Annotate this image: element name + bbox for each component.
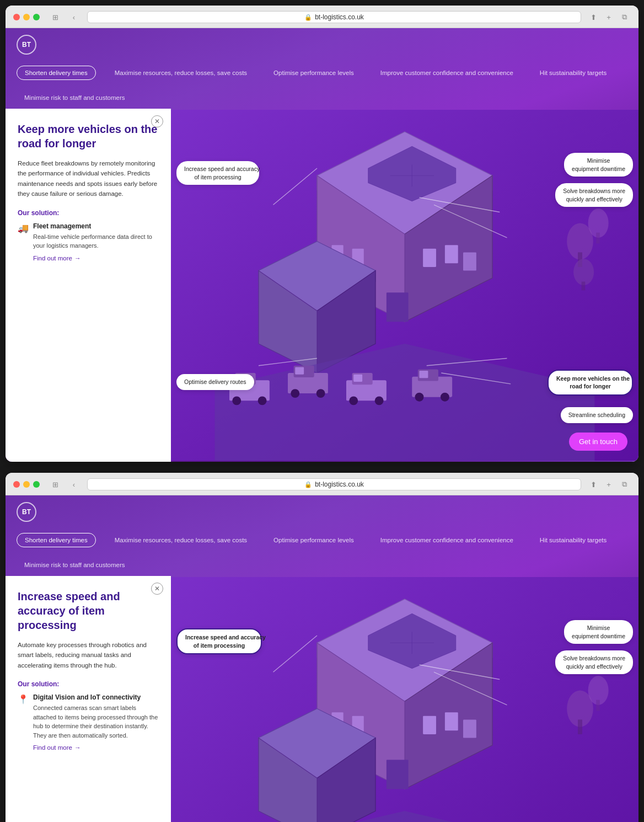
bubble-increase-speed[interactable]: Increase speed and accuracyof item proce…: [176, 161, 259, 185]
svg-rect-40: [596, 233, 600, 244]
tab-minimise-risk-2[interactable]: Minimise risk to staff and customers: [17, 558, 133, 572]
location-icon: 📍: [18, 694, 29, 704]
tab-maximise-resources[interactable]: Maximise resources, reduce losses, save …: [107, 66, 255, 79]
main-layout-2: ✕ Increase speed and accuracy of item pr…: [6, 576, 638, 822]
get-in-touch-button-1[interactable]: Get in touch: [569, 433, 627, 451]
svg-rect-57: [445, 712, 458, 730]
tab-sustainability[interactable]: Hit sustainability targets: [532, 66, 614, 79]
tab-maximise-resources-2[interactable]: Maximise resources, reduce losses, save …: [107, 533, 255, 547]
svg-point-21: [258, 396, 267, 405]
browser-window-1: ⊞ ‹ 🔒 bt-logistics.co.uk ⬆ + ⧉ BT: [6, 6, 638, 462]
tab-customer-confidence-2[interactable]: Improve customer confidence and convenie…: [373, 533, 521, 547]
browser-chrome-2: ⊞ ‹ 🔒 bt-logistics.co.uk ⬆ + ⧉: [6, 473, 638, 495]
url-text: bt-logistics.co.uk: [315, 13, 364, 21]
svg-point-31: [375, 396, 384, 405]
panel-title-1: Keep more vehicles on the road for longe…: [18, 122, 159, 151]
svg-rect-24: [295, 367, 304, 374]
find-out-more-2[interactable]: Find out more →: [33, 744, 159, 751]
address-bar-2[interactable]: 🔒 bt-logistics.co.uk: [87, 478, 581, 490]
page-content-2: BT Shorten delivery times Maximise resou…: [6, 495, 638, 822]
share-button-2[interactable]: ⬆: [587, 479, 600, 490]
svg-rect-34: [420, 371, 428, 378]
traffic-light-green-2[interactable]: [33, 481, 40, 488]
solution-text-1: Real-time vehicle performance data direc…: [33, 232, 159, 250]
svg-point-30: [349, 396, 358, 405]
browser-window-2: ⊞ ‹ 🔒 bt-logistics.co.uk ⬆ + ⧉ BT: [6, 473, 638, 822]
svg-rect-90: [578, 719, 582, 734]
right-area-1: Increase speed and accuracyof item proce…: [171, 109, 638, 462]
traffic-light-yellow-2[interactable]: [23, 481, 30, 488]
share-button[interactable]: ⬆: [587, 12, 600, 23]
svg-point-41: [573, 259, 594, 285]
bubble-increase-speed-2[interactable]: Increase speed and accuracyof item proce…: [176, 628, 262, 654]
panel-desc-2: Automate key processes through robotics …: [18, 640, 159, 670]
back-button-2[interactable]: ‹: [66, 479, 82, 490]
back-button[interactable]: ‹: [66, 12, 82, 23]
address-bar-1[interactable]: 🔒 bt-logistics.co.uk: [87, 11, 581, 23]
svg-point-26: [316, 389, 325, 398]
svg-point-25: [291, 389, 299, 398]
traffic-light-red-2[interactable]: [13, 481, 20, 488]
tabs-button[interactable]: ⧉: [618, 12, 631, 23]
tab-optimise-performance[interactable]: Optimise performance levels: [266, 66, 362, 79]
tab-shorten-delivery-2[interactable]: Shorten delivery times: [17, 533, 96, 547]
left-panel-2: ✕ Increase speed and accuracy of item pr…: [6, 576, 171, 822]
bubble-keep-more-vehicles[interactable]: Keep more vehicles on theroad for longer: [548, 370, 633, 396]
tab-minimise-risk[interactable]: Minimise risk to staff and customers: [17, 91, 133, 104]
browser-actions-2: ⬆ + ⧉: [587, 479, 631, 490]
logo-bar: BT: [6, 28, 638, 61]
bt-logo-2[interactable]: BT: [17, 502, 36, 522]
bubble-streamline[interactable]: Streamline scheduling: [561, 407, 633, 423]
traffic-light-green[interactable]: [33, 14, 40, 20]
solution-name-2: Digital Vision and IoT connectivity: [33, 693, 159, 701]
solution-name-1: Fleet management: [33, 222, 159, 230]
svg-rect-42: [582, 281, 586, 290]
sidebar-toggle-button[interactable]: ⊞: [47, 12, 63, 23]
bt-logo[interactable]: BT: [17, 35, 36, 55]
lock-icon: 🔒: [304, 14, 312, 21]
svg-point-36: [441, 393, 449, 402]
tabs-button-2[interactable]: ⧉: [618, 479, 631, 490]
new-tab-button-2[interactable]: +: [602, 479, 615, 490]
right-area-2: Increase speed and accuracyof item proce…: [171, 576, 638, 822]
tab-shorten-delivery[interactable]: Shorten delivery times: [17, 66, 96, 80]
svg-rect-92: [596, 700, 600, 711]
left-panel-1: ✕ Keep more vehicles on the road for lon…: [6, 109, 171, 462]
svg-rect-61: [387, 760, 409, 789]
bubble-solve-breakdowns-2[interactable]: Solve breakdowns morequickly and effecti…: [555, 650, 633, 674]
lock-icon-2: 🔒: [304, 481, 312, 488]
solution-item-2: 📍 Digital Vision and IoT connectivity Co…: [18, 693, 159, 751]
traffic-light-red[interactable]: [13, 14, 20, 20]
close-button-1[interactable]: ✕: [151, 115, 163, 127]
traffic-lights-1: [13, 14, 40, 20]
tab-customer-confidence[interactable]: Improve customer confidence and convenie…: [373, 66, 521, 79]
find-out-more-1[interactable]: Find out more →: [33, 255, 159, 261]
bubble-solve-breakdowns[interactable]: Solve breakdowns morequickly and effecti…: [555, 183, 633, 207]
fleet-icon: 🚚: [18, 223, 29, 233]
traffic-light-yellow[interactable]: [23, 14, 30, 20]
solution-text-2: Connected cameras scan smart labels atta…: [33, 703, 159, 740]
bubble-minimise-equipment-2[interactable]: Minimiseequipment downtime: [564, 620, 633, 644]
url-text-2: bt-logistics.co.uk: [315, 481, 364, 488]
browser-chrome-1: ⊞ ‹ 🔒 bt-logistics.co.uk ⬆ + ⧉: [6, 6, 638, 28]
svg-point-35: [415, 393, 424, 402]
bubble-optimise-delivery[interactable]: Optimise delivery routes: [176, 374, 254, 390]
tab-sustainability-2[interactable]: Hit sustainability targets: [532, 533, 614, 547]
svg-rect-7: [423, 249, 436, 267]
our-solution-label-2: Our solution:: [18, 680, 159, 688]
svg-rect-58: [463, 719, 476, 738]
scene-svg-2: [171, 576, 638, 822]
tab-optimise-performance-2[interactable]: Optimise performance levels: [266, 533, 362, 547]
sidebar-toggle-button-2[interactable]: ⊞: [47, 479, 63, 490]
svg-rect-8: [445, 245, 458, 263]
nav-tabs-2: Shorten delivery times Maximise resource…: [6, 529, 638, 576]
panel-desc-1: Reduce fleet breakdowns by remotely moni…: [18, 158, 159, 199]
logo-bar-2: BT: [6, 495, 638, 529]
svg-rect-12: [387, 292, 409, 322]
close-button-2[interactable]: ✕: [151, 583, 163, 595]
traffic-lights-2: [13, 481, 40, 488]
new-tab-button[interactable]: +: [602, 12, 615, 23]
panel-title-2: Increase speed and accuracy of item proc…: [18, 589, 159, 632]
bubble-minimise-equipment[interactable]: Minimiseequipment downtime: [564, 153, 633, 177]
svg-rect-29: [353, 375, 362, 382]
